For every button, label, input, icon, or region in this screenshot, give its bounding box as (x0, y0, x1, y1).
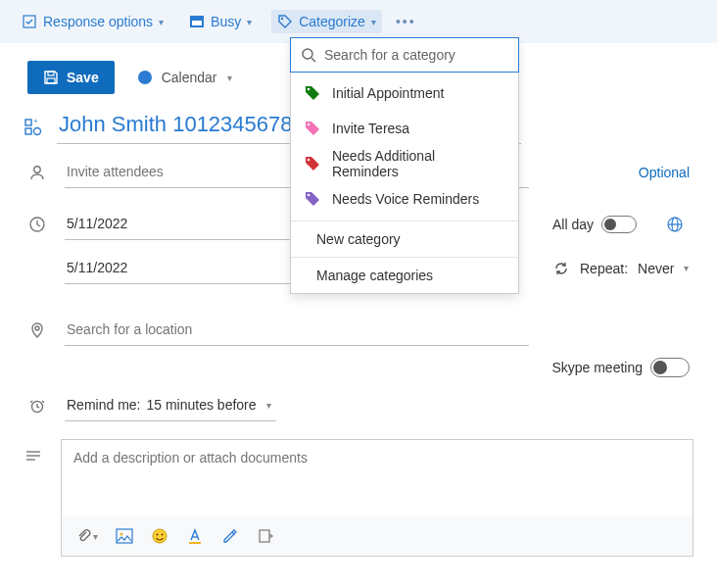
chevron-down-icon: ▾ (227, 73, 232, 83)
new-category-item[interactable]: New category (291, 221, 518, 257)
repeat-label: Repeat: (580, 261, 628, 276)
category-search-input[interactable] (324, 47, 508, 63)
category-item[interactable]: Needs Voice Reminders (291, 181, 518, 217)
reminder-value: 15 minutes before (146, 397, 256, 413)
skype-toggle[interactable] (650, 358, 690, 377)
skype-label: Skype meeting (551, 360, 643, 375)
svg-point-16 (34, 127, 41, 134)
svg-point-32 (120, 533, 123, 536)
location-input[interactable]: Search for a location (65, 314, 529, 346)
chevron-down-icon: ▾ (371, 17, 376, 27)
svg-rect-31 (117, 529, 132, 543)
manage-categories-label: Manage categories (316, 268, 433, 283)
save-label: Save (67, 70, 99, 85)
category-item[interactable]: Needs Additional Reminders (291, 146, 518, 181)
tag-icon (305, 156, 320, 172)
chevron-down-icon: ▾ (684, 263, 689, 273)
svg-rect-12 (47, 78, 55, 83)
start-date-value: 5/11/2022 (67, 216, 127, 231)
svg-point-4 (281, 18, 283, 20)
reminder-label: Remind me: (67, 397, 140, 413)
calendar-name: Calendar (162, 70, 217, 85)
description-box: Add a description or attach documents ▾ (61, 439, 693, 557)
svg-rect-13 (25, 120, 31, 125)
manage-categories-item[interactable]: Manage categories (291, 258, 518, 293)
category-label: Initial Appointment (332, 85, 444, 101)
clock-icon (27, 216, 47, 233)
svg-point-5 (303, 49, 312, 59)
more-actions-button[interactable]: ••• (396, 14, 416, 29)
response-options-menu[interactable]: Response options ▾ (16, 10, 169, 33)
description-toolbar: ▾ (62, 516, 693, 556)
svg-rect-38 (260, 530, 269, 542)
more-formatting-icon (257, 527, 274, 545)
repeat-value[interactable]: Never (638, 261, 674, 276)
optional-attendees-link[interactable]: Optional (639, 165, 690, 180)
category-search[interactable] (290, 37, 519, 73)
svg-rect-0 (24, 16, 35, 27)
calendar-picker[interactable]: Calendar ▾ (138, 70, 232, 85)
attach-button[interactable]: ▾ (75, 528, 98, 544)
highlight-button[interactable] (221, 527, 239, 545)
category-list: Initial AppointmentInvite TeresaNeeds Ad… (291, 72, 518, 220)
location-icon (27, 321, 47, 339)
font-color-button[interactable] (186, 527, 204, 545)
timezone-icon[interactable] (666, 216, 684, 233)
tag-icon (305, 85, 320, 101)
more-formatting-button[interactable] (257, 527, 274, 545)
location-row: Search for a location (0, 290, 717, 352)
insert-image-button[interactable] (116, 528, 133, 544)
tag-icon (305, 121, 320, 136)
svg-point-33 (153, 529, 167, 543)
repeat-group: Repeat: Never ▾ (552, 260, 689, 277)
svg-point-34 (157, 534, 159, 536)
description-icon (24, 439, 43, 557)
tag-icon (277, 14, 293, 29)
svg-point-26 (35, 326, 39, 330)
svg-point-17 (34, 166, 40, 172)
svg-point-35 (162, 534, 164, 536)
busy-label: Busy (211, 14, 241, 29)
font-color-icon (186, 527, 204, 545)
title-icon: + (24, 117, 43, 136)
description-input[interactable]: Add a description or attach documents (62, 440, 693, 516)
svg-point-7 (308, 88, 311, 91)
all-day-label: All day (552, 217, 594, 232)
description-row: Add a description or attach documents ▾ (0, 427, 717, 557)
end-date-value: 5/11/2022 (67, 260, 127, 275)
categorize-menu[interactable]: Categorize ▾ (271, 10, 382, 33)
skype-row: Skype meeting (0, 352, 717, 383)
save-button[interactable]: Save (27, 61, 115, 94)
image-icon (116, 528, 133, 544)
all-day-toggle[interactable] (601, 216, 637, 233)
category-label: Invite Teresa (332, 121, 409, 136)
category-item[interactable]: Invite Teresa (291, 111, 518, 146)
all-day-group: All day (552, 216, 637, 233)
categorize-dropdown: Initial AppointmentInvite TeresaNeeds Ad… (290, 37, 519, 294)
category-item[interactable]: Initial Appointment (291, 75, 518, 111)
svg-rect-11 (48, 72, 54, 75)
insert-emoji-button[interactable] (151, 527, 168, 545)
svg-point-8 (308, 123, 311, 126)
categorize-label: Categorize (299, 14, 365, 29)
category-label: Needs Voice Reminders (332, 191, 479, 207)
emoji-icon (151, 527, 168, 545)
svg-point-10 (308, 194, 311, 197)
svg-rect-37 (189, 542, 201, 544)
svg-point-9 (308, 159, 311, 162)
busy-menu[interactable]: Busy ▾ (183, 10, 258, 33)
tag-icon (305, 191, 320, 207)
svg-line-6 (311, 58, 315, 62)
paperclip-icon (75, 528, 91, 544)
skype-meeting-group: Skype meeting (551, 358, 690, 377)
search-icon (301, 47, 316, 63)
event-icon: + (24, 117, 43, 136)
save-icon (43, 70, 59, 85)
chevron-down-icon: ▾ (266, 400, 271, 411)
reminder-picker[interactable]: Remind me: 15 minutes before ▾ (65, 389, 276, 421)
reminder-row: Remind me: 15 minutes before ▾ (0, 383, 717, 427)
reminder-icon (27, 397, 47, 415)
repeat-icon (552, 260, 570, 277)
busy-icon (189, 15, 205, 28)
chevron-down-icon: ▾ (159, 17, 164, 27)
